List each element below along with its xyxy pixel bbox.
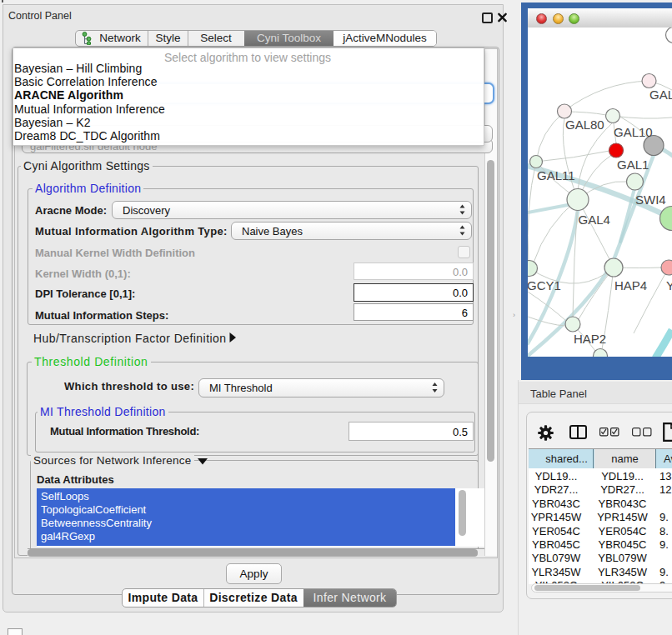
svg-text:GAL11: GAL11 — [537, 168, 575, 182]
svg-text:HAP4: HAP4 — [614, 278, 647, 292]
svg-text:SWI4: SWI4 — [635, 192, 666, 207]
svg-text:GAL80: GAL80 — [565, 118, 604, 132]
svg-text:GAL1: GAL1 — [617, 158, 649, 172]
svg-text:GAL4: GAL4 — [579, 212, 610, 227]
svg-text:HAP2: HAP2 — [574, 332, 606, 346]
svg-text:GAL10: GAL10 — [614, 125, 653, 139]
svg-text:GCY1: GCY1 — [528, 278, 561, 292]
svg-text:YM: YM — [666, 278, 672, 292]
svg-text:GAL2: GAL2 — [649, 88, 672, 102]
